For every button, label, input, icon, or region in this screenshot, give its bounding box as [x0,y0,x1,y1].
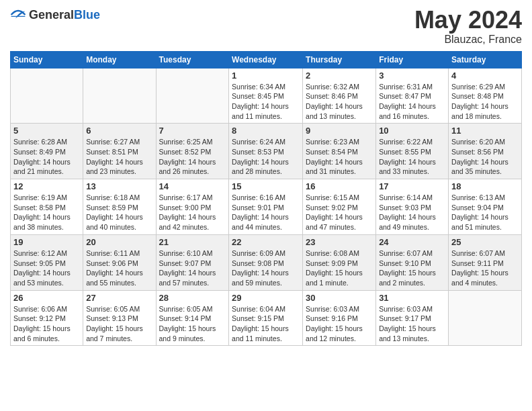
day-info: Sunrise: 6:03 AMSunset: 9:16 PMDaylight:… [306,304,373,344]
calendar-cell: 6Sunrise: 6:27 AMSunset: 8:51 PMDaylight… [83,124,156,179]
day-info: Sunrise: 6:03 AMSunset: 9:17 PMDaylight:… [379,304,445,344]
calendar-cell: 26Sunrise: 6:06 AMSunset: 9:12 PMDayligh… [11,290,83,346]
header: GeneralBlue May 2024 Blauzac, France [10,7,522,46]
col-friday: Friday [376,51,449,68]
day-number: 11 [451,126,519,136]
day-number: 18 [451,181,519,191]
day-info: Sunrise: 6:29 AMSunset: 8:48 PMDaylight:… [451,82,519,122]
day-info: Sunrise: 6:07 AMSunset: 9:10 PMDaylight:… [379,248,445,288]
calendar-week-row-5: 26Sunrise: 6:06 AMSunset: 9:12 PMDayligh… [11,290,522,346]
day-info: Sunrise: 6:05 AMSunset: 9:14 PMDaylight:… [159,304,226,344]
month-title: May 2024 [414,7,522,34]
calendar-cell: 12Sunrise: 6:19 AMSunset: 8:58 PMDayligh… [11,179,83,235]
day-info: Sunrise: 6:08 AMSunset: 9:09 PMDaylight:… [306,248,373,288]
calendar-cell: 15Sunrise: 6:16 AMSunset: 9:01 PMDayligh… [229,179,303,235]
col-thursday: Thursday [303,51,376,68]
day-number: 14 [159,181,226,191]
calendar-cell: 11Sunrise: 6:20 AMSunset: 8:56 PMDayligh… [449,124,522,179]
day-info: Sunrise: 6:19 AMSunset: 8:58 PMDaylight:… [13,193,80,232]
page: GeneralBlue May 2024 Blauzac, France Sun… [0,0,532,411]
calendar-cell: 13Sunrise: 6:18 AMSunset: 8:59 PMDayligh… [83,179,156,235]
calendar-cell: 10Sunrise: 6:22 AMSunset: 8:55 PMDayligh… [376,124,449,179]
calendar-cell: 21Sunrise: 6:10 AMSunset: 9:07 PMDayligh… [156,234,229,290]
day-number: 5 [13,126,80,136]
calendar-cell: 23Sunrise: 6:08 AMSunset: 9:09 PMDayligh… [303,234,376,290]
calendar-cell: 31Sunrise: 6:03 AMSunset: 9:17 PMDayligh… [376,290,449,346]
logo-general: General [29,8,74,21]
calendar-cell: 25Sunrise: 6:07 AMSunset: 9:11 PMDayligh… [449,234,522,290]
calendar-week-row-2: 5Sunrise: 6:28 AMSunset: 8:49 PMDaylight… [11,124,522,179]
day-info: Sunrise: 6:09 AMSunset: 9:08 PMDaylight:… [232,248,300,288]
day-number: 28 [159,293,226,303]
calendar-cell: 9Sunrise: 6:23 AMSunset: 8:54 PMDaylight… [303,124,376,179]
calendar-cell: 5Sunrise: 6:28 AMSunset: 8:49 PMDaylight… [11,124,83,179]
location-title: Blauzac, France [414,34,522,46]
title-block: May 2024 Blauzac, France [414,7,522,46]
day-number: 1 [232,71,300,81]
day-number: 25 [451,237,519,247]
day-number: 19 [13,237,80,247]
day-number: 12 [13,181,80,191]
day-number: 3 [379,71,445,81]
day-info: Sunrise: 6:17 AMSunset: 9:00 PMDaylight:… [159,193,226,232]
day-number: 13 [86,181,152,191]
calendar-cell: 22Sunrise: 6:09 AMSunset: 9:08 PMDayligh… [229,234,303,290]
calendar-cell: 4Sunrise: 6:29 AMSunset: 8:48 PMDaylight… [449,68,522,124]
calendar: Sunday Monday Tuesday Wednesday Thursday… [10,51,522,347]
col-sunday: Sunday [11,51,83,68]
day-info: Sunrise: 6:31 AMSunset: 8:47 PMDaylight:… [379,82,445,122]
day-info: Sunrise: 6:32 AMSunset: 8:46 PMDaylight:… [306,82,373,122]
day-info: Sunrise: 6:10 AMSunset: 9:07 PMDaylight:… [159,248,226,288]
day-number: 22 [232,237,300,247]
day-info: Sunrise: 6:34 AMSunset: 8:45 PMDaylight:… [232,82,300,122]
day-number: 2 [306,71,373,81]
day-number: 24 [379,237,445,247]
calendar-cell [11,68,83,124]
logo-text: GeneralBlue [29,8,100,22]
col-tuesday: Tuesday [156,51,229,68]
day-info: Sunrise: 6:04 AMSunset: 9:15 PMDaylight:… [232,304,300,344]
day-number: 4 [451,71,519,81]
calendar-week-row-4: 19Sunrise: 6:12 AMSunset: 9:05 PMDayligh… [11,234,522,290]
calendar-cell: 20Sunrise: 6:11 AMSunset: 9:06 PMDayligh… [83,234,156,290]
logo: GeneralBlue [10,7,100,23]
calendar-week-row-3: 12Sunrise: 6:19 AMSunset: 8:58 PMDayligh… [11,179,522,235]
day-number: 21 [159,237,226,247]
day-number: 9 [306,126,373,136]
col-monday: Monday [83,51,156,68]
day-info: Sunrise: 6:14 AMSunset: 9:03 PMDaylight:… [379,193,445,232]
calendar-cell [83,68,156,124]
calendar-week-row-1: 1Sunrise: 6:34 AMSunset: 8:45 PMDaylight… [11,68,522,124]
calendar-cell [449,290,522,346]
calendar-cell: 24Sunrise: 6:07 AMSunset: 9:10 PMDayligh… [376,234,449,290]
day-info: Sunrise: 6:24 AMSunset: 8:53 PMDaylight:… [232,137,300,177]
day-info: Sunrise: 6:12 AMSunset: 9:05 PMDaylight:… [13,248,80,288]
day-number: 27 [86,293,152,303]
calendar-cell: 1Sunrise: 6:34 AMSunset: 8:45 PMDaylight… [229,68,303,124]
day-info: Sunrise: 6:20 AMSunset: 8:56 PMDaylight:… [451,137,519,177]
logo-blue: Blue [74,8,100,21]
day-number: 31 [379,293,445,303]
calendar-cell: 14Sunrise: 6:17 AMSunset: 9:00 PMDayligh… [156,179,229,235]
calendar-cell: 27Sunrise: 6:05 AMSunset: 9:13 PMDayligh… [83,290,156,346]
day-number: 17 [379,181,445,191]
day-number: 23 [306,237,373,247]
day-info: Sunrise: 6:07 AMSunset: 9:11 PMDaylight:… [451,248,519,288]
day-info: Sunrise: 6:06 AMSunset: 9:12 PMDaylight:… [13,304,80,344]
day-info: Sunrise: 6:18 AMSunset: 8:59 PMDaylight:… [86,193,152,232]
calendar-cell: 3Sunrise: 6:31 AMSunset: 8:47 PMDaylight… [376,68,449,124]
day-number: 8 [232,126,300,136]
day-info: Sunrise: 6:13 AMSunset: 9:04 PMDaylight:… [451,193,519,232]
day-number: 16 [306,181,373,191]
day-number: 7 [159,126,226,136]
day-info: Sunrise: 6:28 AMSunset: 8:49 PMDaylight:… [13,137,80,177]
calendar-cell: 7Sunrise: 6:25 AMSunset: 8:52 PMDaylight… [156,124,229,179]
day-number: 10 [379,126,445,136]
calendar-cell: 2Sunrise: 6:32 AMSunset: 8:46 PMDaylight… [303,68,376,124]
day-info: Sunrise: 6:15 AMSunset: 9:02 PMDaylight:… [306,193,373,232]
calendar-cell [156,68,229,124]
day-number: 30 [306,293,373,303]
day-number: 6 [86,126,152,136]
day-info: Sunrise: 6:16 AMSunset: 9:01 PMDaylight:… [232,193,300,232]
calendar-cell: 17Sunrise: 6:14 AMSunset: 9:03 PMDayligh… [376,179,449,235]
